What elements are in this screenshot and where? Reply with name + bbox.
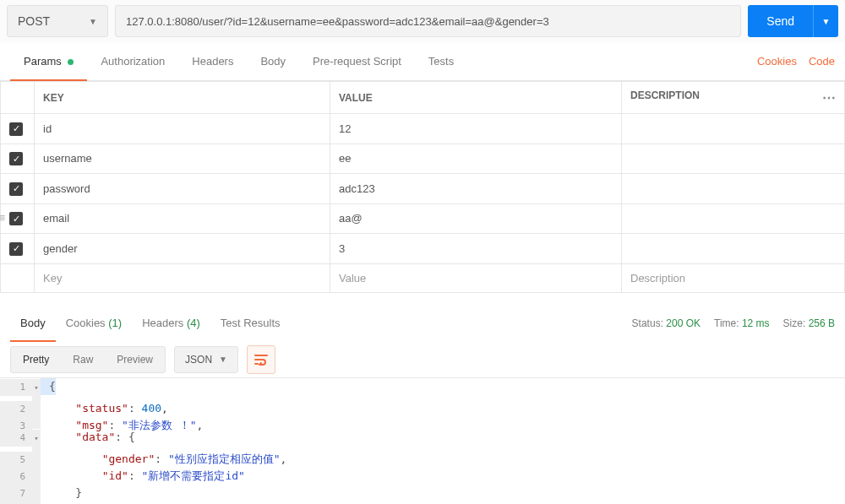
param-description-input[interactable] <box>630 212 836 225</box>
header-description: DESCRIPTION ⋯ <box>622 82 845 114</box>
param-value-input[interactable] <box>339 242 613 255</box>
chevron-down-icon: ▼ <box>219 355 227 364</box>
row-checkbox[interactable]: ✓ <box>9 122 23 136</box>
wrap-icon <box>254 354 268 366</box>
row-checkbox[interactable]: ✓ <box>9 152 23 165</box>
header-check <box>1 82 35 114</box>
header-key: KEY <box>35 82 330 114</box>
new-value-input[interactable] <box>339 272 613 285</box>
fold-icon[interactable]: ▾ <box>32 379 41 396</box>
response-tab-headers[interactable]: Headers (4) <box>132 305 210 342</box>
fold-icon[interactable]: ▾ <box>32 430 41 447</box>
response-tabs: Body Cookies (1) Headers (4) Test Result… <box>0 305 845 342</box>
param-description-input[interactable] <box>630 152 836 165</box>
response-tab-test-results[interactable]: Test Results <box>210 305 291 342</box>
param-description-input[interactable] <box>630 242 836 255</box>
header-value: VALUE <box>330 82 622 114</box>
chevron-down-icon: ▼ <box>89 17 97 26</box>
table-row: ✓ <box>1 234 845 264</box>
tab-prerequest[interactable]: Pre-request Script <box>299 42 415 81</box>
row-checkbox[interactable]: ✓ <box>9 182 23 196</box>
param-key-input[interactable] <box>43 242 321 255</box>
param-value-input[interactable] <box>339 122 613 135</box>
param-value-input[interactable] <box>339 182 613 195</box>
format-select[interactable]: JSON ▼ <box>174 346 238 373</box>
request-bar: POST ▼ Send ▼ <box>0 0 845 42</box>
param-key-input[interactable] <box>43 212 321 225</box>
code-link[interactable]: Code <box>809 55 835 68</box>
table-row: ✓ <box>1 114 845 144</box>
tab-body[interactable]: Body <box>247 42 299 81</box>
cookies-link[interactable]: Cookies <box>757 55 797 68</box>
viewer-toolbar: Pretty Raw Preview JSON ▼ <box>0 342 845 377</box>
drag-handle-icon[interactable]: ≡ <box>0 212 5 224</box>
method-value: POST <box>18 14 50 28</box>
request-tabs: Params Authorization Headers Body Pre-re… <box>0 42 845 81</box>
tabs-right: Cookies Code <box>757 55 835 68</box>
response-body-viewer[interactable]: 1 ▾ { 2 "status": 400, 3 "msg": "非法参数 ！"… <box>0 377 845 505</box>
changes-dot-icon <box>68 59 74 65</box>
send-dropdown-button[interactable]: ▼ <box>813 5 838 37</box>
table-row: ✓ <box>1 174 845 204</box>
columns-menu-icon[interactable]: ⋯ <box>819 89 836 106</box>
new-key-input[interactable] <box>43 272 321 285</box>
param-value-input[interactable] <box>339 212 613 225</box>
status-value: 200 OK <box>666 317 701 329</box>
param-key-input[interactable] <box>43 122 321 135</box>
mode-preview[interactable]: Preview <box>105 347 165 372</box>
tab-tests[interactable]: Tests <box>415 42 467 81</box>
size-value: 256 B <box>809 317 835 329</box>
param-description-input[interactable] <box>630 182 836 195</box>
mode-raw[interactable]: Raw <box>61 347 105 372</box>
format-value: JSON <box>185 354 212 366</box>
wrap-lines-button[interactable] <box>247 345 275 374</box>
view-mode-segment: Pretty Raw Preview <box>10 346 166 373</box>
url-input[interactable] <box>115 5 741 37</box>
mode-pretty[interactable]: Pretty <box>11 347 61 372</box>
table-row: ≡✓ <box>1 203 845 234</box>
tab-headers[interactable]: Headers <box>178 42 247 81</box>
send-button-group: Send ▼ <box>748 5 838 37</box>
row-checkbox[interactable]: ✓ <box>9 212 23 225</box>
time-value: 12 ms <box>742 317 770 329</box>
param-key-input[interactable] <box>43 182 321 195</box>
tab-authorization[interactable]: Authorization <box>87 42 178 81</box>
response-status-strip: Status: 200 OK Time: 12 ms Size: 256 B <box>632 317 835 329</box>
param-value-input[interactable] <box>339 152 613 165</box>
send-button[interactable]: Send <box>748 5 813 37</box>
line-number: 1 <box>0 379 32 396</box>
table-row: ✓ <box>1 144 845 174</box>
tab-params[interactable]: Params <box>10 42 87 81</box>
new-param-row <box>1 263 845 292</box>
param-key-input[interactable] <box>43 152 321 165</box>
response-tab-body[interactable]: Body <box>10 305 56 342</box>
row-checkbox[interactable]: ✓ <box>9 242 23 256</box>
params-table: KEY VALUE DESCRIPTION ⋯ ✓✓✓≡✓✓ <box>0 81 845 293</box>
method-select[interactable]: POST ▼ <box>7 5 108 37</box>
param-description-input[interactable] <box>630 122 836 135</box>
tab-label: Params <box>24 55 62 68</box>
new-description-input[interactable] <box>630 272 836 285</box>
response-tab-cookies[interactable]: Cookies (1) <box>56 305 132 342</box>
